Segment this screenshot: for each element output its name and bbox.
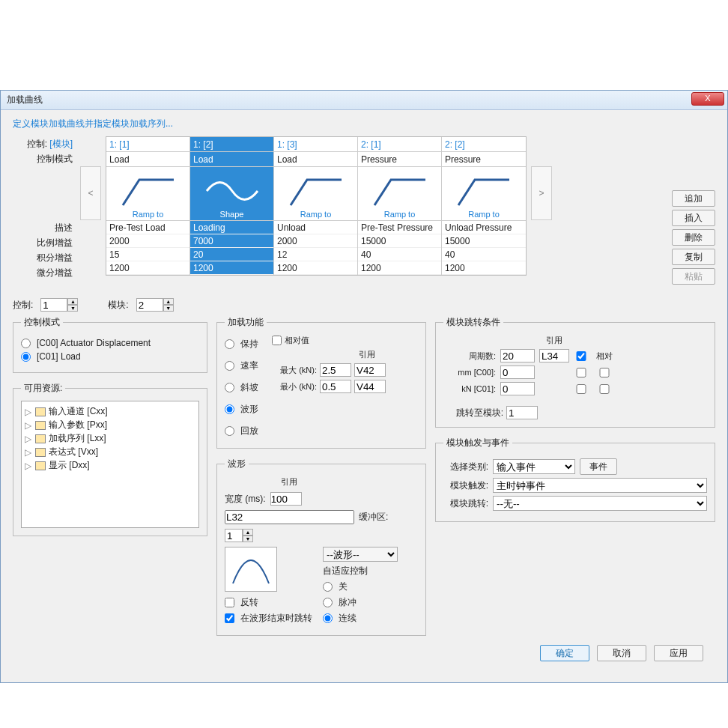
max-ref-input[interactable] [354,363,386,377]
append-button[interactable]: 追加 [672,190,715,207]
width-input[interactable] [270,492,302,506]
curve-column[interactable]: 2: [2]PressureRamp toUnload Pressure1500… [442,137,526,275]
load-fn-radio[interactable] [225,339,234,349]
event-button[interactable]: 事件 [580,458,617,475]
delete-button[interactable]: 删除 [672,229,715,246]
event-type-select[interactable]: 输入事件 [493,459,575,474]
auto-ctrl-radio[interactable] [323,582,333,592]
col-i-gain[interactable]: 40 [358,248,441,261]
module-input[interactable] [136,298,163,312]
radio-c01[interactable] [21,352,31,362]
period-check[interactable] [574,351,589,361]
kn-rel-check[interactable] [593,384,616,394]
waveform-select[interactable]: --波形-- [323,547,398,562]
kn-check[interactable] [574,384,589,394]
folder-icon [35,461,46,470]
col-d-gain[interactable]: 1200 [274,261,357,275]
load-fn-radio[interactable] [225,383,234,392]
col-i-gain[interactable]: 12 [274,248,357,261]
min-ref-input[interactable] [354,380,386,393]
tree-item[interactable]: ▷表达式 [Vxx] [25,446,195,458]
auto-ctrl-radio[interactable] [323,613,333,623]
col-d-gain[interactable]: 1200 [442,261,526,275]
spin-down-icon[interactable]: ▼ [163,305,174,312]
col-i-gain[interactable]: 40 [442,248,526,261]
spin-down-icon[interactable]: ▼ [67,305,78,312]
expand-icon[interactable]: ▷ [25,447,32,458]
spin-up-icon[interactable]: ▲ [67,298,78,305]
col-header: 2: [2] [442,137,526,152]
expand-icon[interactable]: ▷ [25,434,32,444]
kn-input[interactable] [500,382,535,395]
control-spinner[interactable]: ▲▼ [40,298,78,312]
col-d-gain[interactable]: 1200 [190,261,273,275]
spin-up-icon[interactable]: ▲ [163,298,174,305]
apply-button[interactable]: 应用 [654,645,703,661]
scroll-next-button[interactable]: > [531,166,552,220]
expand-icon[interactable]: ▷ [25,461,32,471]
expand-icon[interactable]: ▷ [25,420,32,431]
paste-button[interactable]: 粘贴 [672,268,715,285]
control-input[interactable] [40,298,67,312]
resource-tree[interactable]: ▷输入通道 [Cxx]▷输入参数 [Pxx]▷加载序列 [Lxx]▷表达式 [V… [21,401,199,528]
curve-column[interactable]: 1: [3]LoadRamp toUnload2000121200 [274,137,358,275]
col-i-gain[interactable]: 20 [190,248,273,261]
min-input[interactable] [320,380,351,393]
curve-column[interactable]: 1: [1]LoadRamp toPre-Test Load2000151200 [106,137,190,275]
jump-on-end-checkbox[interactable] [225,613,234,623]
jump-select[interactable]: --无-- [493,496,707,511]
insert-button[interactable]: 插入 [672,210,715,226]
col-desc[interactable]: Loading [190,221,273,234]
buffer-input[interactable] [225,529,243,542]
mm-input[interactable] [500,365,535,379]
cancel-button[interactable]: 取消 [597,645,646,661]
col-desc[interactable]: Unload Pressure [442,221,526,234]
col-p-gain[interactable]: 2000 [274,234,357,248]
col-shape-icon: Ramp to [442,167,526,221]
col-p-gain[interactable]: 15000 [442,234,526,248]
tree-item[interactable]: ▷加载序列 [Lxx] [25,432,195,445]
tree-item[interactable]: ▷输入通道 [Cxx] [25,405,195,418]
define-curve-link[interactable]: 定义模块加载曲线并指定模块加载序列... [13,118,715,130]
col-d-gain[interactable]: 1200 [358,261,441,275]
col-desc[interactable]: Pre-Test Load [106,221,189,234]
invert-checkbox[interactable] [225,598,234,607]
mm-rel-check[interactable] [593,368,616,377]
col-p-gain[interactable]: 7000 [190,234,273,248]
width-ref-input[interactable] [225,510,354,524]
period-input[interactable] [500,349,535,363]
expand-icon[interactable]: ▷ [25,407,32,417]
col-header: 2: [1] [358,137,441,152]
relative-checkbox[interactable] [272,336,282,345]
scroll-prev-button[interactable]: < [80,166,101,220]
period-ref-input[interactable] [539,349,569,363]
control-mode-group: 控制模式 [C00] Actuator Displacement [C01] L… [13,316,207,373]
buffer-spinner[interactable]: ▲▼ [225,529,253,542]
ok-button[interactable]: 确定 [540,645,589,661]
spin-down-icon[interactable]: ▼ [243,536,253,542]
copy-button[interactable]: 复制 [672,249,715,265]
load-fn-radio[interactable] [225,426,234,436]
tree-item[interactable]: ▷输入参数 [Pxx] [25,419,195,431]
curve-column[interactable]: 2: [1]PressureRamp toPre-Test Pressure15… [358,137,442,275]
mm-check[interactable] [574,368,589,377]
load-fn-radio[interactable] [225,361,234,371]
radio-c00[interactable] [21,339,31,348]
col-i-gain[interactable]: 15 [106,248,189,261]
trigger-select[interactable]: 主时钟事件 [493,478,707,493]
load-fn-radio[interactable] [225,404,234,414]
curve-column[interactable]: 1: [2]LoadShapeLoading7000201200 [190,137,274,275]
spin-up-icon[interactable]: ▲ [243,529,253,536]
tree-item[interactable]: ▷显示 [Dxx] [25,459,195,472]
col-p-gain[interactable]: 2000 [106,234,189,248]
col-desc[interactable]: Unload [274,221,357,234]
max-input[interactable] [320,363,351,377]
jump-to-input[interactable] [506,406,538,419]
tree-item-label: 表达式 [Vxx] [49,446,98,458]
module-spinner[interactable]: ▲▼ [136,298,174,312]
auto-ctrl-radio[interactable] [323,598,333,607]
close-button[interactable]: X [691,92,724,106]
col-desc[interactable]: Pre-Test Pressure [358,221,441,234]
col-d-gain[interactable]: 1200 [106,261,189,275]
col-p-gain[interactable]: 15000 [358,234,441,248]
